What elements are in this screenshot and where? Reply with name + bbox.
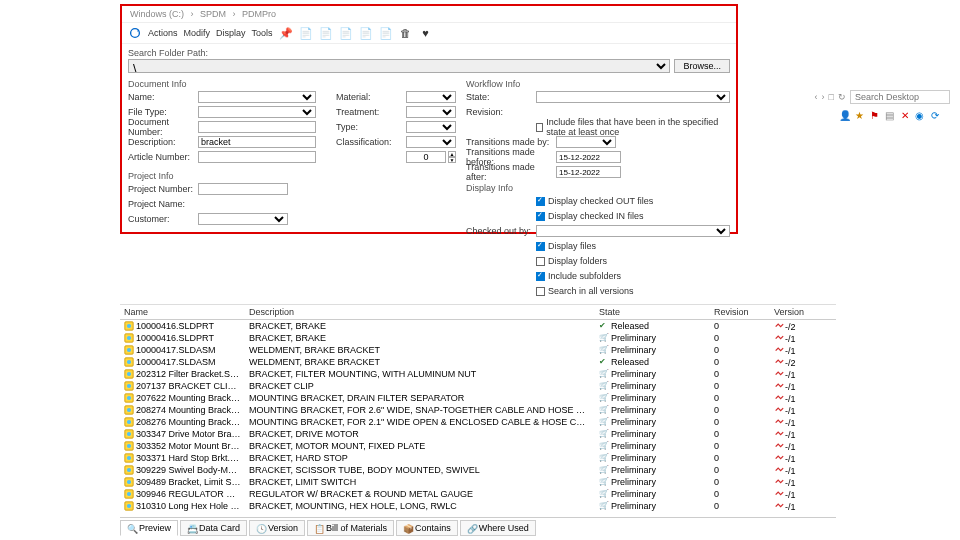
bottom-tabs: 🔍Preview 📇Data Card 🕓Version 📋Bill of Ma… [120,517,836,536]
file-icon [124,441,134,451]
tab-bom[interactable]: 📋Bill of Materials [307,520,394,536]
before-date[interactable] [556,151,621,163]
svg-point-18 [127,420,131,424]
table-row[interactable]: 202312 Filter Bracket.SLDPRTBRACKET, FIL… [120,368,836,380]
doc4-icon[interactable]: 📄 [359,26,373,40]
tab-version[interactable]: 🕓Version [249,520,305,536]
table-row[interactable]: 303371 Hard Stop Brkt.SLDPRTBRACKET, HAR… [120,452,836,464]
spin-down[interactable]: ▼ [448,157,456,163]
classification-input[interactable] [406,136,456,148]
doc-info-title: Document Info [128,79,456,89]
browse-button[interactable]: Browse... [674,59,730,73]
svg-point-2 [127,324,131,328]
file-icon [124,465,134,475]
svg-point-14 [127,396,131,400]
refresh-small-icon[interactable]: ⟳ [929,110,940,121]
preliminary-icon: 🛒 [599,369,609,379]
projnum-input[interactable] [198,183,288,195]
table-row[interactable]: 310310 Long Hex Hole Mountin...BRACKET, … [120,500,836,512]
after-date[interactable] [556,166,621,178]
desc-input[interactable] [198,136,316,148]
doc1-icon[interactable]: 📄 [299,26,313,40]
heart-icon[interactable]: ♥ [419,26,433,40]
crumb-2[interactable]: SPDM [200,9,226,19]
nav-stop-icon[interactable]: □ [829,92,834,102]
menu-actions[interactable]: Actions [148,28,178,38]
table-row[interactable]: 10000417.SLDASMWELDMENT, BRAKE BRACKET✔R… [120,356,836,368]
name-input[interactable] [198,91,316,103]
refresh-icon[interactable] [128,26,142,40]
version-icon [774,416,784,426]
docnum-input[interactable] [198,121,316,133]
search-desktop-input[interactable] [850,90,950,104]
check-folders[interactable] [536,257,545,266]
search-path-input[interactable]: \ [128,59,670,73]
check-sub[interactable] [536,272,545,281]
table-row[interactable]: 303352 Motor Mount Bracket.SL...BRACKET,… [120,440,836,452]
info-icon[interactable]: ◉ [914,110,925,121]
check-out[interactable] [536,197,545,206]
table-row[interactable]: 208276 Mounting Bracket, for 2...MOUNTIN… [120,416,836,428]
material-input[interactable] [406,91,456,103]
nav-back-icon[interactable]: ‹ [815,92,818,102]
grid-header[interactable]: Name Description State Revision Version [120,305,836,320]
svg-point-30 [127,492,131,496]
nav-fwd-icon[interactable]: › [822,92,825,102]
table-row[interactable]: 207137 BRACKET CLIP.SLDPRTBRACKET CLIP🛒P… [120,380,836,392]
crumb-3[interactable]: PDMPro [242,9,276,19]
table-row[interactable]: 309946 REGULATOR WITH BRAC...REGULATOR W… [120,488,836,500]
include-files-check[interactable] [536,123,543,132]
tab-datacard[interactable]: 📇Data Card [180,520,247,536]
file-icon [124,393,134,403]
madeby-input[interactable] [556,136,616,148]
doc3-icon[interactable]: 📄 [339,26,353,40]
menu-display[interactable]: Display [216,28,246,38]
file-icon [124,381,134,391]
spinner-input[interactable]: 0 [406,151,446,163]
menu-tools[interactable]: Tools [252,28,273,38]
svg-point-24 [127,456,131,460]
table-row[interactable]: 309489 Bracket, Limit Switch.SL...BRACKE… [120,476,836,488]
table-row[interactable]: 208274 Mounting Bracket, for 2...MOUNTIN… [120,404,836,416]
check-in[interactable] [536,212,545,221]
folder-icon[interactable]: ▤ [884,110,895,121]
star-icon[interactable]: ★ [854,110,865,121]
crumb-1[interactable]: Windows (C:) [130,9,184,19]
table-row[interactable]: 207622 Mounting Bracket.SLDPRTMOUNTING B… [120,392,836,404]
table-row[interactable]: 10000417.SLDASMWELDMENT, BRAKE BRACKET🛒P… [120,344,836,356]
svg-point-6 [127,348,131,352]
trash-icon[interactable]: 🗑 [399,26,413,40]
check-files[interactable] [536,242,545,251]
state-input[interactable] [536,91,730,103]
table-row[interactable]: 10000416.SLDPRTBRACKET, BRAKE🛒Preliminar… [120,332,836,344]
tab-preview[interactable]: 🔍Preview [120,520,178,536]
tab-whereused[interactable]: 🔗Where Used [460,520,536,536]
user-icon[interactable]: 👤 [839,110,850,121]
checkedout-input[interactable] [536,225,730,237]
table-row[interactable]: 309229 Swivel Body-Mounted Sc...BRACKET,… [120,464,836,476]
menu-modify[interactable]: Modify [184,28,211,38]
delete-icon[interactable]: ✕ [899,110,910,121]
table-row[interactable]: 303347 Drive Motor Bracket.SLD...BRACKET… [120,428,836,440]
version-icon [774,344,784,354]
file-icon [124,333,134,343]
customer-input[interactable] [198,213,288,225]
filetype-input[interactable] [198,106,316,118]
pin-icon[interactable]: 📌 [279,26,293,40]
doc5-icon[interactable]: 📄 [379,26,393,40]
treatment-input[interactable] [406,106,456,118]
nav-refresh-icon[interactable]: ↻ [838,92,846,102]
version-icon [774,452,784,462]
svg-point-10 [127,372,131,376]
tab-contains[interactable]: 📦Contains [396,520,458,536]
check-all[interactable] [536,287,545,296]
preliminary-icon: 🛒 [599,441,609,451]
breadcrumb[interactable]: Windows (C:) › SPDM › PDMPro [122,6,736,22]
table-row[interactable]: 10000416.SLDPRTBRACKET, BRAKE✔Released0-… [120,320,836,332]
search-path-label: Search Folder Path: [128,48,730,58]
doc2-icon[interactable]: 📄 [319,26,333,40]
type-input[interactable] [406,121,456,133]
article-input[interactable] [198,151,316,163]
version-icon [774,392,784,402]
flag-icon[interactable]: ⚑ [869,110,880,121]
